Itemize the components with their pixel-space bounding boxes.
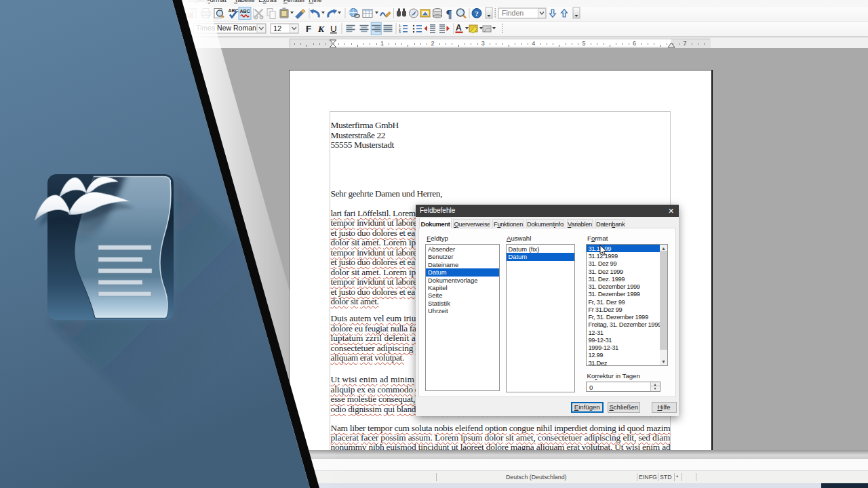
svg-text:F: F bbox=[306, 24, 311, 34]
svg-text:Finden: Finden bbox=[502, 9, 524, 17]
svg-text:¶: ¶ bbox=[446, 7, 452, 20]
svg-text:A: A bbox=[456, 23, 462, 33]
svg-text:U: U bbox=[330, 24, 337, 34]
svg-text:Times New Roman: Times New Roman bbox=[196, 24, 256, 32]
svg-text:ABC: ABC bbox=[239, 9, 250, 14]
svg-text:?: ? bbox=[475, 9, 479, 18]
svg-text:3.: 3. bbox=[399, 30, 401, 34]
svg-text:K: K bbox=[317, 24, 325, 34]
svg-text:12: 12 bbox=[273, 24, 281, 33]
